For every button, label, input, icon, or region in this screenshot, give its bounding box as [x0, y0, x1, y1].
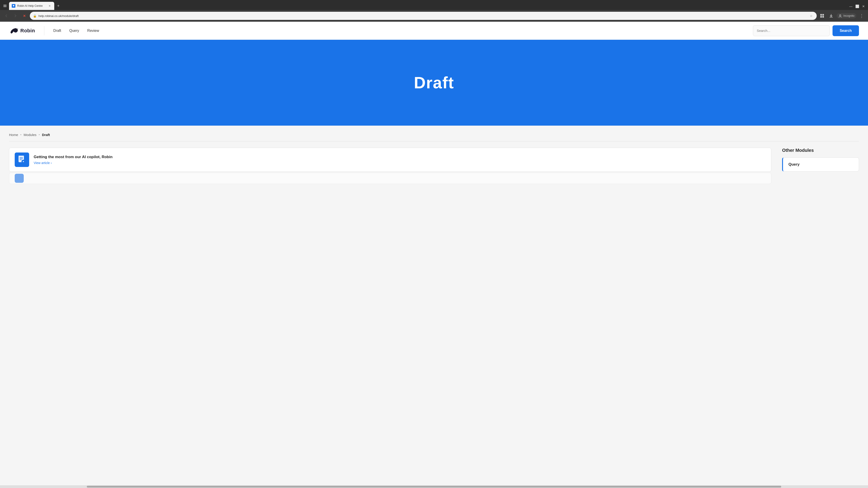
tab-close-button[interactable]: ✕ [48, 4, 52, 8]
close-button[interactable]: ✕ [861, 4, 866, 9]
sidebar-title: Other Modules [782, 148, 859, 153]
browser-toolbar: 🔒 help.robinai.co.uk/module/draft ☆ [0, 10, 868, 22]
page-content: Robin Draft Query Review Search Draft Ho… [0, 22, 868, 191]
maximize-button[interactable]: ⬜ [855, 4, 860, 9]
svg-point-10 [16, 29, 17, 30]
breadcrumb-sep-1: • [20, 133, 22, 136]
tab-title: Robin AI Help Centre [17, 4, 46, 7]
article-card-2[interactable] [9, 173, 771, 184]
tab-bar: Robin AI Help Centre ✕ + — ⬜ ✕ [0, 0, 868, 10]
article-title: Getting the most from our AI copilot, Ro… [34, 155, 766, 159]
robin-logo-icon [9, 27, 18, 34]
breadcrumb-sep-2: • [39, 133, 40, 136]
browser-chrome: Robin AI Help Centre ✕ + — ⬜ ✕ [0, 0, 868, 22]
content-area: Home • Modules • Draft [0, 126, 868, 191]
breadcrumb-current: Draft [42, 133, 50, 137]
sidebar-module-query[interactable]: Query [782, 158, 859, 171]
svg-rect-8 [822, 16, 824, 18]
document-icon: ✦ [18, 156, 26, 164]
back-button[interactable] [3, 12, 10, 20]
search-input[interactable] [753, 25, 830, 36]
nav-links: Draft Query Review [53, 29, 744, 33]
article-view-link[interactable]: View article › [34, 161, 766, 165]
hero-title: Draft [414, 73, 454, 92]
site-logo[interactable]: Robin [9, 27, 35, 34]
logo-text: Robin [20, 28, 35, 34]
forward-button[interactable] [12, 12, 19, 20]
main-layout: ✦ Getting the most from our AI copilot, … [9, 148, 859, 184]
hero-section: Draft [0, 40, 868, 126]
article-card[interactable]: ✦ Getting the most from our AI copilot, … [9, 148, 771, 172]
breadcrumb: Home • Modules • Draft [9, 133, 859, 141]
address-bar[interactable]: 🔒 help.robinai.co.uk/module/draft ☆ [30, 12, 817, 20]
nav-link-review[interactable]: Review [87, 29, 99, 33]
sidebar-module-name: Query [788, 162, 800, 166]
download-icon[interactable] [828, 12, 835, 20]
article-icon-2 [15, 174, 24, 183]
search-area: Search [753, 25, 859, 36]
url-text: help.robinai.co.uk/module/draft [38, 14, 807, 18]
tab-favicon-icon [12, 4, 16, 8]
svg-rect-2 [3, 6, 6, 7]
search-button[interactable]: Search [833, 25, 859, 36]
reload-button[interactable] [21, 12, 28, 20]
articles-section: ✦ Getting the most from our AI copilot, … [9, 148, 771, 184]
site-navbar: Robin Draft Query Review Search [0, 22, 868, 40]
extensions-icon[interactable] [818, 12, 826, 20]
nav-link-query[interactable]: Query [69, 29, 79, 33]
minimize-button[interactable]: — [848, 4, 854, 9]
incognito-badge: Incognito [837, 13, 856, 19]
bookmark-icon[interactable]: ☆ [809, 13, 813, 18]
sidebar: Other Modules Query [782, 148, 859, 171]
svg-rect-0 [3, 5, 6, 5]
tabs-menu-button[interactable] [2, 3, 8, 9]
incognito-label: Incognito [843, 14, 855, 18]
svg-point-9 [839, 15, 841, 16]
nav-link-draft[interactable]: Draft [53, 29, 61, 33]
svg-rect-1 [3, 6, 6, 6]
article-info: Getting the most from our AI copilot, Ro… [34, 155, 766, 165]
toolbar-right: Incognito ⋮ [818, 12, 865, 20]
svg-rect-6 [822, 14, 824, 15]
new-tab-button[interactable]: + [55, 3, 61, 9]
breadcrumb-modules[interactable]: Modules [24, 133, 37, 137]
breadcrumb-home[interactable]: Home [9, 133, 18, 137]
svg-rect-5 [820, 14, 822, 15]
more-menu-button[interactable]: ⋮ [858, 12, 865, 20]
active-tab[interactable]: Robin AI Help Centre ✕ [9, 2, 54, 10]
article-icon: ✦ [15, 153, 29, 167]
search-input-wrapper [753, 25, 830, 36]
svg-text:✦: ✦ [22, 160, 24, 163]
svg-rect-7 [820, 16, 822, 18]
